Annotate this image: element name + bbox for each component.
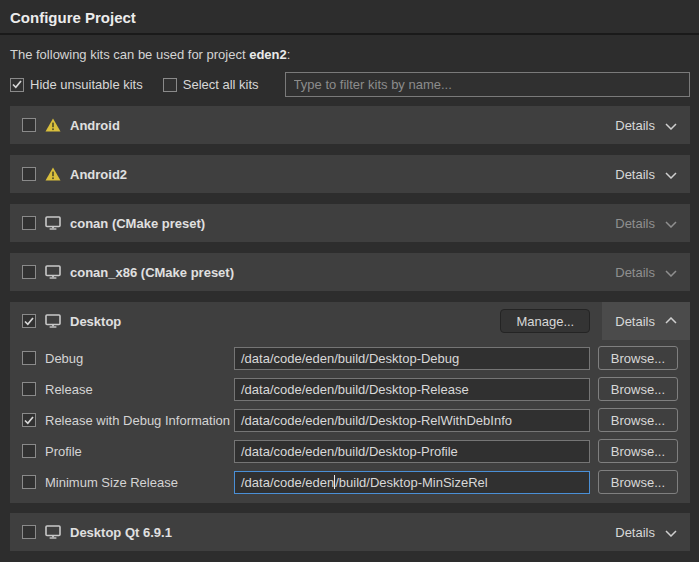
config-debug-label-group[interactable]: Debug <box>22 351 234 366</box>
config-release-path-field[interactable]: /data/code/eden/build/Desktop-Release <box>234 378 590 401</box>
desktop-icon <box>45 216 61 230</box>
kit-name: conan_x86 (CMake preset) <box>70 265 234 280</box>
chevron-down-icon <box>665 265 677 280</box>
select-all-kits-label: Select all kits <box>183 77 259 92</box>
project-name: eden2 <box>249 47 287 62</box>
kit-filter-input[interactable] <box>285 72 690 97</box>
kits-description: The following kits can be used for proje… <box>10 47 689 62</box>
details-label: Details <box>615 314 655 329</box>
desktop-icon <box>45 265 61 279</box>
kit-name: Android <box>70 118 120 133</box>
config-profile-path-field[interactable]: /data/code/eden/build/Desktop-Profile <box>234 440 590 463</box>
chevron-down-icon <box>665 167 677 182</box>
config-row-profile: Profile /data/code/eden/build/Desktop-Pr… <box>22 439 678 463</box>
kit-android-details-toggle[interactable]: Details <box>602 106 690 144</box>
config-profile-label-group[interactable]: Profile <box>22 444 234 459</box>
chevron-down-icon <box>665 525 677 540</box>
config-relwithdebinfo-path-field[interactable]: /data/code/eden/build/Desktop-RelWithDeb… <box>234 409 590 432</box>
kit-android2-details-toggle[interactable]: Details <box>602 155 690 193</box>
warning-icon <box>45 167 61 181</box>
warning-icon <box>45 118 61 132</box>
kit-row-conan-x86[interactable]: conan_x86 (CMake preset) Details <box>10 253 690 291</box>
kit-desktop-checkbox[interactable] <box>22 314 36 328</box>
select-all-kits-checkbox-group[interactable]: Select all kits <box>163 77 259 92</box>
kits-description-text: The following kits can be used for proje… <box>10 47 249 62</box>
config-release-checkbox[interactable] <box>22 382 36 396</box>
config-relwithdebinfo-browse-button[interactable]: Browse... <box>598 408 678 432</box>
select-all-kits-checkbox[interactable] <box>163 78 177 92</box>
config-minsizerel-path-field[interactable]: /data/code/eden/build/Desktop-MinSizeRel <box>234 471 590 494</box>
kits-description-colon: : <box>287 47 291 62</box>
config-label: Minimum Size Release <box>45 475 178 490</box>
kit-conan-x86-details-toggle[interactable]: Details <box>602 253 690 291</box>
chevron-down-icon <box>665 216 677 231</box>
details-label: Details <box>615 525 655 540</box>
kit-row-android2[interactable]: Android2 Details <box>10 155 690 193</box>
config-relwithdebinfo-label-group[interactable]: Release with Debug Information <box>22 413 234 428</box>
kit-row-desktop[interactable]: Desktop Manage... Details <box>10 302 690 340</box>
chevron-down-icon <box>665 118 677 133</box>
kit-conan-checkbox[interactable] <box>22 216 36 230</box>
details-label: Details <box>615 167 655 182</box>
config-debug-checkbox[interactable] <box>22 351 36 365</box>
kit-name: Android2 <box>70 167 127 182</box>
hide-unsuitable-kits-checkbox-group[interactable]: Hide unsuitable kits <box>10 77 143 92</box>
kit-list: Android Details Android2 Details conan (… <box>10 106 690 551</box>
kit-android2-checkbox[interactable] <box>22 167 36 181</box>
page-title: Configure Project <box>10 9 689 26</box>
kit-desktop-qt-details-toggle[interactable]: Details <box>602 513 690 551</box>
kit-name: Desktop Qt 6.9.1 <box>70 525 172 540</box>
kit-name: Desktop <box>70 314 121 329</box>
config-minsizerel-checkbox[interactable] <box>22 475 36 489</box>
config-row-minsizerel: Minimum Size Release /data/code/eden/bui… <box>22 470 678 494</box>
config-row-debug: Debug /data/code/eden/build/Desktop-Debu… <box>22 346 678 370</box>
details-label: Details <box>615 118 655 133</box>
config-debug-path-field[interactable]: /data/code/eden/build/Desktop-Debug <box>234 347 590 370</box>
config-profile-checkbox[interactable] <box>22 444 36 458</box>
config-release-label-group[interactable]: Release <box>22 382 234 397</box>
chevron-up-icon <box>665 314 677 329</box>
config-row-relwithdebinfo: Release with Debug Information /data/cod… <box>22 408 678 432</box>
filter-bar: Hide unsuitable kits Select all kits <box>10 72 690 97</box>
config-profile-browse-button[interactable]: Browse... <box>598 439 678 463</box>
kit-row-conan[interactable]: conan (CMake preset) Details <box>10 204 690 242</box>
config-label: Debug <box>45 351 83 366</box>
kit-panel-desktop: Desktop Manage... Details Debug /data/co… <box>10 302 690 503</box>
config-label: Profile <box>45 444 82 459</box>
config-label: Release <box>45 382 93 397</box>
config-relwithdebinfo-checkbox[interactable] <box>22 413 36 427</box>
kit-desktop-details-toggle[interactable]: Details <box>602 302 690 340</box>
kit-row-desktop-qt-691[interactable]: Desktop Qt 6.9.1 Details <box>10 513 690 551</box>
config-label: Release with Debug Information <box>45 413 230 428</box>
kit-android-checkbox[interactable] <box>22 118 36 132</box>
path-text-after-caret: /build/Desktop-MinSizeRel <box>335 475 487 490</box>
hide-unsuitable-kits-label: Hide unsuitable kits <box>30 77 143 92</box>
page-header: Configure Project <box>0 0 699 35</box>
config-minsizerel-label-group[interactable]: Minimum Size Release <box>22 475 234 490</box>
hide-unsuitable-kits-checkbox[interactable] <box>10 78 24 92</box>
desktop-icon <box>45 525 61 539</box>
kit-row-android[interactable]: Android Details <box>10 106 690 144</box>
manage-kits-button[interactable]: Manage... <box>500 309 590 333</box>
details-label: Details <box>615 216 655 231</box>
config-minsizerel-browse-button[interactable]: Browse... <box>598 470 678 494</box>
desktop-icon <box>45 314 61 328</box>
kit-desktop-qt-checkbox[interactable] <box>22 525 36 539</box>
kit-name: conan (CMake preset) <box>70 216 205 231</box>
config-release-browse-button[interactable]: Browse... <box>598 377 678 401</box>
kit-conan-x86-checkbox[interactable] <box>22 265 36 279</box>
kit-conan-details-toggle[interactable]: Details <box>602 204 690 242</box>
config-debug-browse-button[interactable]: Browse... <box>598 346 678 370</box>
config-row-release: Release /data/code/eden/build/Desktop-Re… <box>22 377 678 401</box>
path-text-before-caret: /data/code/eden <box>241 475 334 490</box>
details-label: Details <box>615 265 655 280</box>
